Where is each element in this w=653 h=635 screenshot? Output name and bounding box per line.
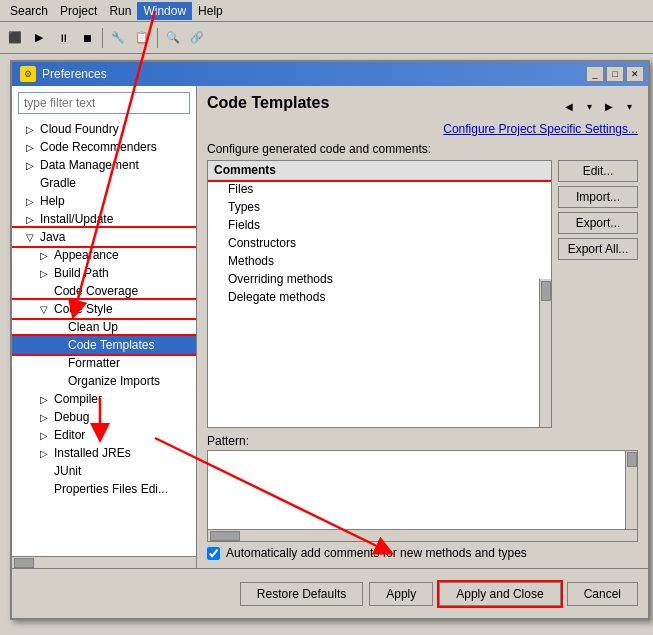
tree-item-data-management[interactable]: ▷ Data Management: [12, 156, 196, 174]
code-buttons: Edit... Import... Export... Export All..…: [558, 160, 638, 428]
close-button[interactable]: ✕: [626, 66, 644, 82]
toolbar-btn-1[interactable]: ⬛: [4, 27, 26, 49]
toolbar-btn-8[interactable]: 🔗: [186, 27, 208, 49]
preferences-dialog: ⚙ Preferences _ □ ✕ ▷ Cloud Foundry ▷: [10, 60, 650, 620]
menu-run[interactable]: Run: [103, 2, 137, 20]
tree-item-code-style[interactable]: ▽ Code Style: [12, 300, 196, 318]
dialog-icon: ⚙: [20, 66, 36, 82]
edit-button[interactable]: Edit...: [558, 160, 638, 182]
pattern-label: Pattern:: [207, 434, 638, 448]
maximize-button[interactable]: □: [606, 66, 624, 82]
tree-item-compiler[interactable]: ▷ Compiler: [12, 390, 196, 408]
panel-title: Code Templates: [207, 94, 329, 112]
toolbar-btn-7[interactable]: 🔍: [162, 27, 184, 49]
tree-item-java[interactable]: ▽ Java: [12, 228, 196, 246]
pattern-content[interactable]: [208, 451, 625, 529]
code-list-comments[interactable]: Comments: [208, 161, 551, 180]
tree-item-debug[interactable]: ▷ Debug: [12, 408, 196, 426]
code-list-methods[interactable]: Methods: [208, 252, 551, 270]
code-list-files[interactable]: Files: [208, 180, 551, 198]
tree-item-build-path[interactable]: ▷ Build Path: [12, 264, 196, 282]
tree-item-formatter[interactable]: Formatter: [12, 354, 196, 372]
nav-back-button[interactable]: ◀: [560, 97, 578, 115]
title-bar: ⚙ Preferences _ □ ✕: [12, 62, 648, 86]
right-panel: Code Templates ◀ ▾ ▶ ▾ Configure Project…: [197, 86, 648, 568]
import-button[interactable]: Import...: [558, 186, 638, 208]
tree-item-code-coverage[interactable]: Code Coverage: [12, 282, 196, 300]
left-panel: ▷ Cloud Foundry ▷ Code Recommenders ▷ Da…: [12, 86, 197, 568]
toolbar-sep-2: [157, 28, 158, 48]
filter-input[interactable]: [18, 92, 190, 114]
checkbox-label: Automatically add comments for new metho…: [226, 546, 527, 560]
toolbar-btn-5[interactable]: 🔧: [107, 27, 129, 49]
apply-close-button[interactable]: Apply and Close: [439, 582, 560, 606]
title-controls: _ □ ✕: [586, 66, 644, 82]
toolbar-btn-2[interactable]: ▶: [28, 27, 50, 49]
toolbar-btn-6[interactable]: 📋: [131, 27, 153, 49]
tree-item-help[interactable]: ▷ Help: [12, 192, 196, 210]
code-table-area: Comments Files Types Fields Constructors…: [207, 160, 638, 428]
checkbox-area: Automatically add comments for new metho…: [207, 546, 638, 560]
menu-window[interactable]: Window: [137, 2, 192, 20]
apply-button[interactable]: Apply: [369, 582, 433, 606]
code-list-types[interactable]: Types: [208, 198, 551, 216]
auto-comments-checkbox[interactable]: [207, 547, 220, 560]
minimize-button[interactable]: _: [586, 66, 604, 82]
menu-bar: Search Project Run Window Help: [0, 0, 653, 22]
code-list: Comments Files Types Fields Constructors…: [208, 161, 551, 427]
code-list-constructors[interactable]: Constructors: [208, 234, 551, 252]
code-list-overriding[interactable]: Overriding methods: [208, 270, 551, 288]
tree-item-install-update[interactable]: ▷ Install/Update: [12, 210, 196, 228]
tree-item-properties-files[interactable]: Properties Files Edi...: [12, 480, 196, 498]
toolbar: ⬛ ▶ ⏸ ⏹ 🔧 📋 🔍 🔗: [0, 22, 653, 54]
tree-item-code-templates[interactable]: Code Templates: [12, 336, 196, 354]
dialog-body: ▷ Cloud Foundry ▷ Code Recommenders ▷ Da…: [12, 86, 648, 568]
dialog-title: Preferences: [42, 67, 107, 81]
code-list-delegate[interactable]: Delegate methods: [208, 288, 551, 306]
nav-forward-button[interactable]: ▶: [600, 97, 618, 115]
toolbar-btn-4[interactable]: ⏹: [76, 27, 98, 49]
tree-item-organize-imports[interactable]: Organize Imports: [12, 372, 196, 390]
tree-item-cloud-foundry[interactable]: ▷ Cloud Foundry: [12, 120, 196, 138]
toolbar-btn-3[interactable]: ⏸: [52, 27, 74, 49]
code-list-container: Comments Files Types Fields Constructors…: [207, 160, 552, 428]
configure-label: Configure generated code and comments:: [207, 142, 638, 156]
menu-project[interactable]: Project: [54, 2, 103, 20]
restore-defaults-button[interactable]: Restore Defaults: [240, 582, 363, 606]
tree-item-installed-jres[interactable]: ▷ Installed JREs: [12, 444, 196, 462]
tree-container: ▷ Cloud Foundry ▷ Code Recommenders ▷ Da…: [12, 120, 196, 556]
nav-dropdown-button[interactable]: ▾: [580, 97, 598, 115]
export-all-button[interactable]: Export All...: [558, 238, 638, 260]
dialog-footer: Restore Defaults Apply Apply and Close C…: [12, 568, 648, 618]
tree-item-appearance[interactable]: ▷ Appearance: [12, 246, 196, 264]
code-list-fields[interactable]: Fields: [208, 216, 551, 234]
menu-help[interactable]: Help: [192, 2, 229, 20]
tree-item-code-recommenders[interactable]: ▷ Code Recommenders: [12, 138, 196, 156]
toolbar-sep-1: [102, 28, 103, 48]
pattern-area: [207, 450, 638, 530]
configure-link[interactable]: Configure Project Specific Settings...: [207, 122, 638, 136]
tree-item-clean-up[interactable]: Clean Up: [12, 318, 196, 336]
tree-item-editor[interactable]: ▷ Editor: [12, 426, 196, 444]
tree-item-gradle[interactable]: Gradle: [12, 174, 196, 192]
export-button[interactable]: Export...: [558, 212, 638, 234]
cancel-button[interactable]: Cancel: [567, 582, 638, 606]
nav-forward-dropdown-button[interactable]: ▾: [620, 97, 638, 115]
tree-item-junit[interactable]: JUnit: [12, 462, 196, 480]
menu-search[interactable]: Search: [4, 2, 54, 20]
